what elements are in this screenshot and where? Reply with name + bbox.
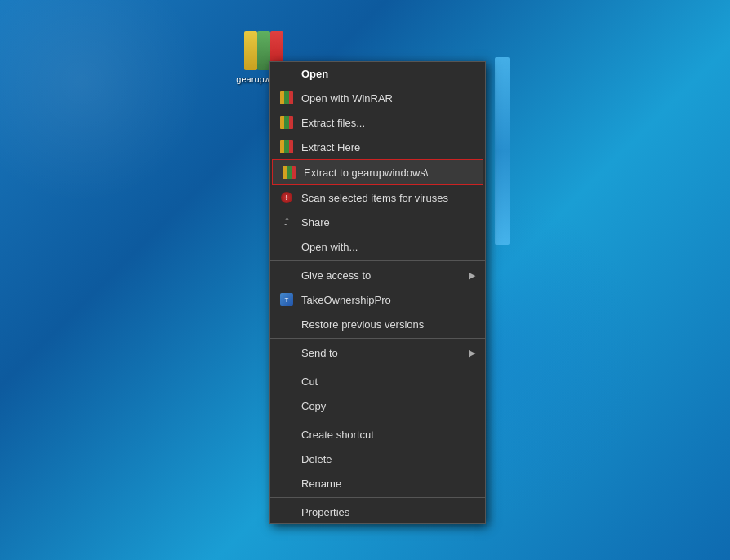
menu-item-cut[interactable]: Cut	[270, 370, 485, 393]
menu-label-cut: Cut	[301, 376, 475, 388]
send-to-icon	[278, 344, 295, 361]
copy-icon	[278, 398, 295, 414]
menu-label-extract-files: Extract files...	[301, 117, 475, 129]
menu-item-scan[interactable]: ! Scan selected items for viruses	[270, 185, 485, 210]
extract-here-icon	[278, 139, 295, 155]
send-to-arrow: ▶	[469, 348, 475, 358]
give-access-arrow: ▶	[469, 270, 475, 281]
extract-files-icon	[278, 114, 295, 131]
divider-4	[270, 420, 485, 420]
menu-label-create-shortcut: Create shortcut	[301, 429, 475, 441]
menu-label-extract-to: Extract to gearupwindows\	[304, 167, 473, 179]
takeownership-icon: T	[278, 291, 295, 308]
share-icon: ⤴	[278, 214, 295, 230]
open-icon	[278, 65, 295, 82]
create-shortcut-icon	[278, 426, 295, 442]
menu-label-rename: Rename	[301, 478, 475, 490]
menu-item-open[interactable]: Open	[270, 62, 485, 86]
rename-icon	[278, 475, 295, 491]
divider-2	[270, 338, 485, 339]
open-with-icon	[278, 238, 295, 255]
vertical-bar-decoration	[495, 57, 510, 245]
menu-item-copy[interactable]: Copy	[270, 393, 485, 417]
cut-icon	[278, 373, 295, 389]
menu-item-extract-here[interactable]: Extract Here	[270, 135, 485, 159]
properties-icon	[278, 504, 295, 520]
menu-label-properties: Properties	[301, 506, 475, 518]
menu-item-rename[interactable]: Rename	[270, 471, 485, 495]
menu-item-open-with[interactable]: Open with...	[270, 234, 485, 258]
menu-item-delete[interactable]: Delete	[270, 447, 485, 471]
menu-label-open: Open	[301, 68, 475, 80]
bg-decoration-1	[0, 0, 204, 204]
give-access-icon	[278, 267, 295, 283]
divider-3	[270, 367, 485, 367]
scan-icon: !	[278, 189, 295, 206]
menu-label-share: Share	[301, 216, 475, 229]
menu-label-extract-here: Extract Here	[301, 141, 475, 153]
menu-item-give-access[interactable]: Give access to ▶	[270, 264, 485, 287]
menu-item-create-shortcut[interactable]: Create shortcut	[270, 423, 485, 447]
menu-item-extract-to[interactable]: Extract to gearupwindows\	[272, 159, 483, 185]
divider-1	[270, 260, 485, 261]
menu-label-restore-versions: Restore previous versions	[301, 318, 475, 331]
winrar-small-icon	[278, 90, 295, 106]
menu-item-share[interactable]: ⤴ Share	[270, 210, 485, 234]
menu-item-restore-versions[interactable]: Restore previous versions	[270, 312, 485, 336]
menu-label-open-with: Open with...	[301, 241, 475, 253]
context-menu: Open Open with WinRAR Extract files... E…	[269, 61, 486, 524]
menu-label-give-access: Give access to	[301, 269, 469, 282]
menu-item-extract-files[interactable]: Extract files...	[270, 110, 485, 135]
menu-item-properties[interactable]: Properties	[270, 500, 485, 523]
menu-label-takeownership: TakeOwnershipPro	[301, 294, 475, 306]
menu-label-scan: Scan selected items for viruses	[301, 192, 475, 204]
menu-label-copy: Copy	[301, 400, 475, 412]
menu-label-delete: Delete	[301, 453, 475, 465]
menu-item-open-winrar[interactable]: Open with WinRAR	[270, 86, 485, 110]
menu-item-send-to[interactable]: Send to ▶	[270, 341, 485, 364]
divider-5	[270, 497, 485, 498]
delete-icon	[278, 451, 295, 467]
menu-label-open-winrar: Open with WinRAR	[301, 92, 475, 104]
restore-icon	[278, 316, 295, 332]
extract-to-icon	[281, 164, 297, 180]
menu-label-send-to: Send to	[301, 347, 469, 359]
menu-item-takeownership[interactable]: T TakeOwnershipPro	[270, 287, 485, 312]
